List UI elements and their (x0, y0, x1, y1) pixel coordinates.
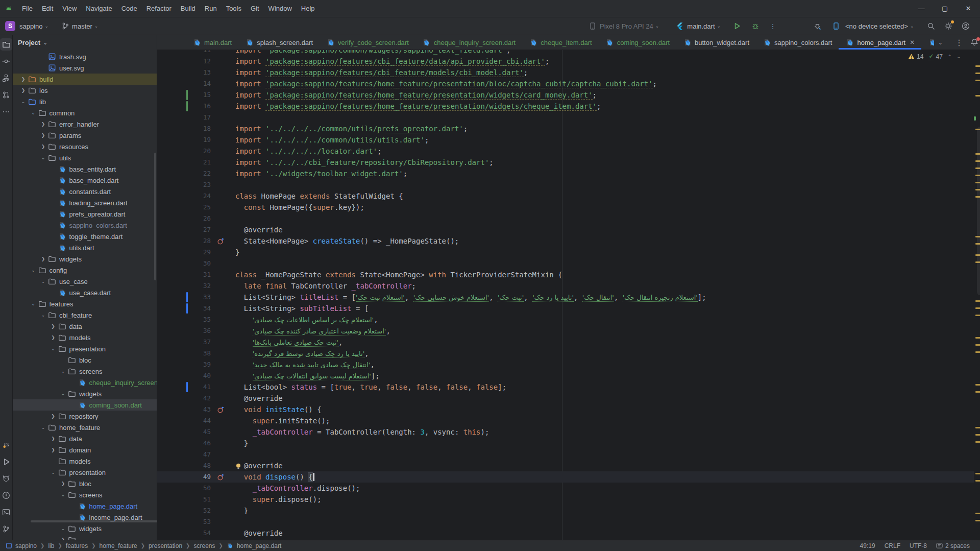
code-line-49[interactable]: 49 void dispose() { (157, 471, 974, 483)
code-line-25[interactable]: 25 const HomePage({super.key}); (157, 202, 974, 213)
chevron-right-icon[interactable]: ❯ (48, 335, 58, 340)
run-tool-icon[interactable] (0, 456, 12, 468)
tree-item-error_handler[interactable]: ❯error_handler (13, 118, 157, 130)
warning-stripe-mark[interactable] (975, 351, 980, 353)
tab-coming_soon.dart[interactable]: coming_soon.dart (599, 35, 676, 50)
tree-item-widgets[interactable]: ⌄widgets (13, 523, 157, 534)
tab-splash_screen.dart[interactable]: splash_screen.dart (238, 35, 320, 50)
tree-item-user.svg[interactable]: user.svg (13, 62, 157, 74)
chevron-right-icon[interactable]: ❯ (58, 537, 68, 540)
tree-item-use_case[interactable]: ⌄use_case (13, 276, 157, 287)
code-line-29[interactable]: 29} (157, 247, 974, 258)
tree-item-trash.svg[interactable]: trash.svg (13, 51, 157, 62)
tab-cheque_item.dart[interactable]: cheque_item.dart (522, 35, 598, 50)
warning-stripe-mark[interactable] (975, 480, 980, 482)
tree-item-cheque_inquiry_screen.dart[interactable]: cheque_inquiry_screen.dart (13, 377, 157, 388)
code-line-35[interactable]: 35 'استعلام چک بر اساس اطلاعات چک صیادی'… (157, 314, 974, 325)
chevron-down-icon[interactable]: ⌄ (29, 268, 38, 273)
warning-stripe-mark[interactable] (975, 427, 980, 428)
warning-stripe-mark[interactable] (975, 473, 980, 474)
warning-stripe-mark[interactable] (975, 391, 980, 393)
code-line-15[interactable]: 15import 'package:sappino/features/home_… (157, 89, 974, 101)
tree-item-cbi_feature[interactable]: ⌄cbi_feature (13, 309, 157, 321)
menu-tools[interactable]: Tools (222, 0, 246, 17)
tree-item-presentation[interactable]: ⌄presentation (13, 343, 157, 354)
branch-switcher[interactable]: master ⌄ (61, 22, 103, 31)
menu-run[interactable]: Run (200, 0, 222, 17)
tree-item-presentation[interactable]: ⌄presentation (13, 467, 157, 478)
chevron-down-icon[interactable]: ⌄ (38, 155, 48, 160)
tree-item-data[interactable]: ❯data (13, 321, 157, 332)
code-line-33[interactable]: 33 List<String> titleList = ['استعلام ثب… (157, 292, 974, 303)
file-encoding[interactable]: UTF-8 (910, 542, 927, 549)
tab-verify_code_screen.dart[interactable]: verify_code_screen.dart (320, 35, 415, 50)
tree-item-base_entity.dart[interactable]: base_entity.dart (13, 163, 157, 175)
tab-options-icon[interactable]: ⋮ (955, 38, 963, 47)
more-actions-button[interactable]: ⋮ (768, 21, 778, 31)
flutter-attach-icon[interactable] (813, 21, 823, 31)
code-line-14[interactable]: 14import 'package:sappino/features/home_… (157, 78, 974, 89)
tree-item-constants.dart[interactable]: constants.dart (13, 186, 157, 197)
tree-item-loading_screen.dart[interactable]: loading_screen.dart (13, 197, 157, 208)
app-quality-insights-tool-icon[interactable] (0, 472, 12, 485)
chevron-down-icon[interactable]: ⌄ (29, 301, 38, 306)
warning-stripe-mark[interactable] (975, 80, 980, 81)
warning-stripe-mark[interactable] (975, 337, 980, 339)
line-ending[interactable]: CRLF (885, 542, 900, 549)
tree-item-features[interactable]: ⌄features (13, 298, 157, 309)
code-line-37[interactable]: 37 'ثبت چک صیادی تعاملی بانک‌ها', (157, 337, 974, 348)
tree-item-build[interactable]: ❯build (13, 74, 157, 85)
menu-build[interactable]: Build (176, 0, 200, 17)
tree-item-repository[interactable]: ❯repository (13, 411, 157, 422)
structure-tool-icon[interactable] (0, 72, 12, 84)
warning-stripe-mark[interactable] (975, 434, 980, 436)
warning-stripe-mark[interactable] (975, 441, 980, 443)
code-line-45[interactable]: 45 _tabController = TabController(length… (157, 426, 974, 438)
device-selector[interactable]: Pixel 8 Pro API 24 ⌄ (588, 22, 664, 31)
code-line-42[interactable]: 42 @override (157, 393, 974, 404)
settings-gear-icon[interactable] (943, 21, 953, 31)
code-line-18[interactable]: 18import '../../../../common/utils/prefs… (157, 123, 974, 134)
tree-item-bloc[interactable]: bloc (13, 354, 157, 366)
chevron-down-icon[interactable]: ⌄ (48, 470, 58, 475)
breadcrumb-item[interactable]: home_feature (100, 542, 137, 549)
project-switcher[interactable]: S sappino ⌄ (0, 21, 54, 31)
warning-stripe-mark[interactable] (975, 73, 980, 74)
code-line-32[interactable]: 32 late final TabController _tabControll… (157, 280, 974, 292)
maximize-button[interactable]: ▢ (933, 0, 957, 17)
tree-item-models[interactable]: models (13, 456, 157, 467)
tree-item-toggle_theme.dart[interactable]: toggle_theme.dart (13, 231, 157, 242)
menu-navigate[interactable]: Navigate (81, 0, 116, 17)
pull-requests-tool-icon[interactable] (0, 89, 12, 101)
menu-file[interactable]: File (17, 0, 37, 17)
warning-stripe-mark[interactable] (975, 300, 980, 302)
version-control-tool-icon[interactable] (0, 523, 12, 535)
tree-item-widgets[interactable]: ❯widgets (13, 253, 157, 265)
warning-stripe-mark[interactable] (975, 344, 980, 346)
editor-scrollbar-thumb[interactable] (977, 127, 980, 295)
menu-refactor[interactable]: Refactor (142, 0, 176, 17)
tree-item-sappino_colors.dart[interactable]: sappino_colors.dart (13, 220, 157, 231)
warning-stripe-mark[interactable] (975, 384, 980, 386)
breadcrumb-item[interactable]: presentation (149, 542, 182, 549)
code-line-19[interactable]: 19import '../../../../common/utils/utils… (157, 134, 974, 146)
code-line-36[interactable]: 36 'استعلام وضعیت اعتباری صادر کننده چک … (157, 325, 974, 337)
tab-button_widget.dart[interactable]: button_widget.dart (676, 35, 756, 50)
search-icon[interactable] (926, 21, 936, 31)
chevron-down-icon[interactable]: ⌄ (58, 391, 68, 396)
code-line-50[interactable]: 50 _tabController.dispose(); (157, 483, 974, 494)
tree-item-utils.dart[interactable]: utils.dart (13, 242, 157, 253)
menu-code[interactable]: Code (117, 0, 142, 17)
code-line-22[interactable]: 22import '../widgets/toolbar_widget.dart… (157, 168, 974, 179)
menu-help[interactable]: Help (297, 0, 320, 17)
close-tab-icon[interactable]: ✕ (910, 39, 915, 46)
device-mirroring-icon[interactable] (831, 21, 841, 31)
code-line-24[interactable]: 24class HomePage extends StatefulWidget … (157, 190, 974, 202)
code-line-52[interactable]: 52 } (157, 505, 974, 516)
tree-item-screens[interactable]: ⌄screens (13, 489, 157, 500)
warning-stripe-mark[interactable] (975, 513, 980, 514)
indent-setting[interactable]: 2 spaces (936, 542, 970, 549)
code-line-54[interactable]: 54 @override (157, 528, 974, 539)
chevron-right-icon[interactable]: ❯ (38, 122, 48, 127)
tree-item-coming_soon.dart[interactable]: coming_soon.dart (13, 399, 157, 411)
